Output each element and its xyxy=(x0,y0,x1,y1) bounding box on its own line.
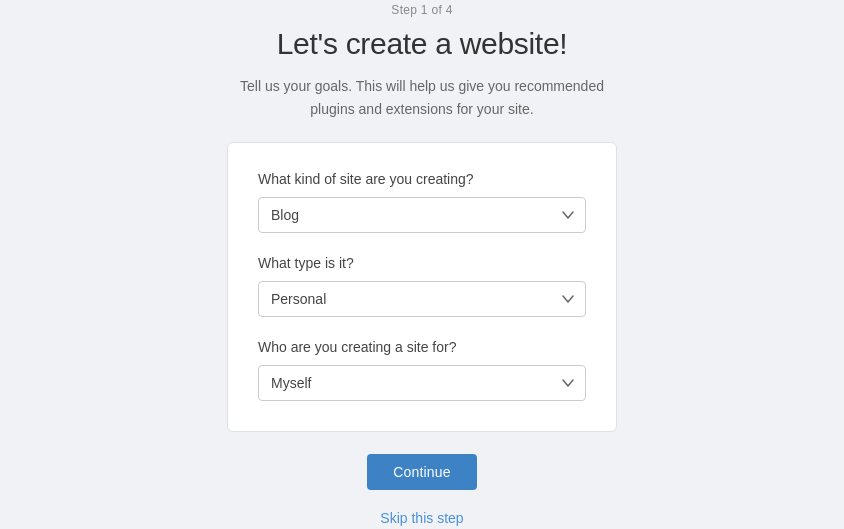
continue-button[interactable]: Continue xyxy=(367,454,477,490)
site-purpose-select[interactable]: Personal Professional Corporate Communit… xyxy=(258,281,586,317)
field-site-purpose-wrapper: Personal Professional Corporate Communit… xyxy=(258,281,586,317)
step-indicator: Step 1 of 4 xyxy=(391,3,452,17)
field-site-owner-label: Who are you creating a site for? xyxy=(258,339,586,355)
field-site-purpose: What type is it? Personal Professional C… xyxy=(258,255,586,317)
form-card: What kind of site are you creating? Blog… xyxy=(227,142,617,432)
field-site-owner: Who are you creating a site for? Myself … xyxy=(258,339,586,401)
field-site-type-wrapper: Blog Portfolio Business Online Store Oth… xyxy=(258,197,586,233)
site-type-select[interactable]: Blog Portfolio Business Online Store Oth… xyxy=(258,197,586,233)
skip-link[interactable]: Skip this step xyxy=(380,510,463,526)
field-site-type-label: What kind of site are you creating? xyxy=(258,171,586,187)
page-title: Let's create a website! xyxy=(277,27,568,61)
field-site-owner-wrapper: Myself A client My company An organizati… xyxy=(258,365,586,401)
field-site-type: What kind of site are you creating? Blog… xyxy=(258,171,586,233)
page-subtitle: Tell us your goals. This will help us gi… xyxy=(232,75,612,120)
page-wrapper: Step 1 of 4 Let's create a website! Tell… xyxy=(0,3,844,526)
site-owner-select[interactable]: Myself A client My company An organizati… xyxy=(258,365,586,401)
field-site-purpose-label: What type is it? xyxy=(258,255,586,271)
